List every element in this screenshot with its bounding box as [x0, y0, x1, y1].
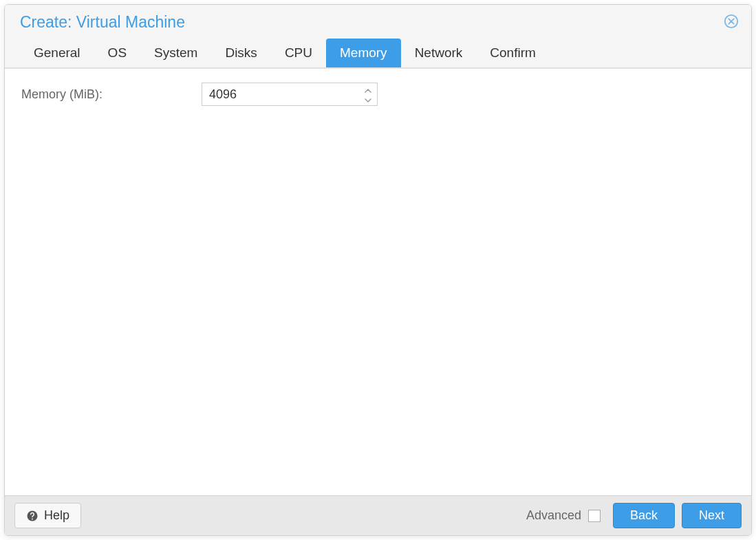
tab-general[interactable]: General: [20, 39, 94, 67]
help-button-label: Help: [44, 508, 69, 523]
footer-right: Advanced Back Next: [526, 503, 742, 528]
spinner-arrows: [363, 83, 373, 105]
advanced-checkbox[interactable]: [588, 510, 601, 522]
memory-input[interactable]: [202, 83, 377, 105]
tab-os[interactable]: OS: [94, 39, 140, 67]
dialog-content: Memory (MiB):: [5, 68, 751, 495]
close-icon: [724, 14, 739, 32]
dialog-header: Create: Virtual Machine General OS Syste…: [5, 5, 751, 68]
tab-cpu[interactable]: CPU: [271, 39, 326, 67]
memory-label: Memory (MiB):: [21, 87, 193, 102]
memory-decrement-button[interactable]: [363, 95, 373, 103]
advanced-label: Advanced: [526, 508, 581, 523]
help-icon: [26, 510, 39, 522]
dialog-title: Create: Virtual Machine: [20, 13, 185, 32]
title-row: Create: Virtual Machine: [5, 5, 751, 39]
tab-confirm[interactable]: Confirm: [476, 39, 550, 67]
footer-left: Help: [14, 503, 81, 528]
memory-spinner: [202, 83, 378, 106]
tab-disks[interactable]: Disks: [211, 39, 270, 67]
chevron-down-icon: [365, 93, 371, 105]
tab-memory[interactable]: Memory: [326, 39, 401, 67]
tabs: General OS System Disks CPU Memory Netwo…: [5, 39, 751, 67]
next-button[interactable]: Next: [682, 503, 742, 528]
tab-system[interactable]: System: [140, 39, 211, 67]
back-button[interactable]: Back: [613, 503, 675, 528]
help-button[interactable]: Help: [14, 503, 81, 528]
svg-point-2: [32, 518, 33, 519]
dialog-footer: Help Advanced Back Next: [5, 495, 751, 535]
memory-row: Memory (MiB):: [21, 83, 735, 106]
create-vm-dialog: Create: Virtual Machine General OS Syste…: [4, 4, 752, 536]
tab-network[interactable]: Network: [401, 39, 477, 67]
close-button[interactable]: [724, 15, 739, 30]
